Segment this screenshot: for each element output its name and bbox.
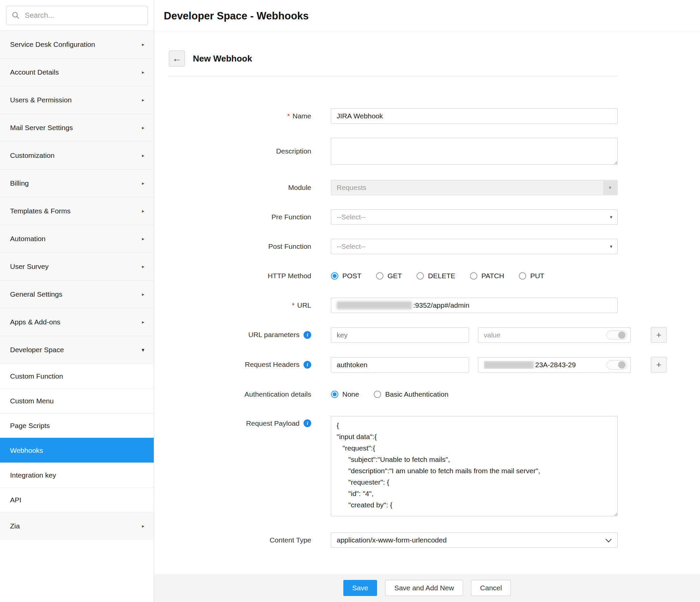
name-row: * Name (154, 109, 700, 124)
sidebar-item-label: Apps & Add-ons (10, 318, 60, 326)
chevron-right-icon: ▸ (142, 152, 144, 159)
request-payload-row: Request Payload i { "input data":{ "requ… (154, 416, 700, 518)
sidebar-item-label: Account Details (10, 68, 59, 76)
info-icon[interactable]: i (303, 361, 311, 368)
save-and-add-new-button[interactable]: Save and Add New (385, 580, 463, 596)
search-input[interactable] (24, 11, 142, 20)
description-input[interactable] (331, 138, 618, 165)
chevron-right-icon: ▸ (142, 208, 144, 214)
request-headers-row: Request Headers i 23A-2843-29 (154, 357, 700, 372)
http-method-options: POST GET DELETE PATCH (331, 268, 544, 284)
request-header-value-group: 23A-2843-29 (478, 357, 631, 372)
sidebar-item-developer-space[interactable]: Developer Space ▾ (0, 336, 154, 364)
sidebar-item-general-settings[interactable]: General Settings ▸ (0, 280, 154, 308)
search-box[interactable] (6, 6, 148, 25)
sidebar-item-service-desk-configuration[interactable]: Service Desk Configuration ▸ (0, 30, 154, 58)
name-input[interactable] (331, 109, 618, 124)
post-function-label: Post Function (154, 239, 311, 254)
main-header: Developer Space - Webhooks (154, 0, 700, 32)
content-type-select[interactable]: application/x-www-form-urlencoded (331, 532, 618, 548)
post-function-row: Post Function --Select-- ▾ (154, 239, 700, 254)
form-footer: Save Save and Add New Cancel (154, 574, 700, 602)
sidebar-item-api[interactable]: API (0, 487, 154, 512)
save-button[interactable]: Save (343, 580, 377, 596)
request-header-toggle[interactable] (606, 360, 627, 369)
radio-checked-icon (331, 272, 338, 280)
sidebar-item-page-scripts[interactable]: Page Scripts (0, 413, 154, 438)
url-param-key-input[interactable] (331, 328, 469, 343)
http-method-row: HTTP Method POST GET (154, 268, 700, 284)
toggle-knob (618, 361, 625, 368)
http-method-delete-radio[interactable]: DELETE (417, 272, 455, 280)
url-input[interactable]: :9352/app#/admin (331, 298, 618, 313)
sidebar-item-custom-menu[interactable]: Custom Menu (0, 388, 154, 413)
sidebar-item-users-permission[interactable]: Users & Permission ▸ (0, 86, 154, 114)
radio-icon (519, 272, 526, 280)
webhook-form: * Name Description Module (154, 109, 700, 548)
add-url-parameter-button[interactable]: + (651, 327, 667, 343)
http-method-patch-radio[interactable]: PATCH (470, 272, 504, 280)
url-parameters-label: URL parameters i (154, 327, 311, 342)
caret-down-icon: ▾ (610, 214, 612, 220)
sidebar-item-customization[interactable]: Customization ▸ (0, 142, 154, 169)
module-select: Requests ▾ (331, 180, 618, 195)
radio-icon (374, 391, 381, 398)
post-function-select[interactable]: --Select-- ▾ (331, 239, 618, 254)
sidebar-item-automation[interactable]: Automation ▸ (0, 225, 154, 252)
url-param-toggle[interactable] (606, 331, 627, 340)
chevron-right-icon: ▸ (142, 125, 144, 131)
url-param-value-input[interactable]: value (484, 331, 500, 339)
sidebar-search (0, 0, 154, 30)
sidebar-item-label: Webhooks (10, 447, 43, 455)
back-button[interactable]: ← (169, 50, 185, 67)
sidebar-item-account-details[interactable]: Account Details ▸ (0, 58, 154, 86)
url-parameters-row: URL parameters i value + (154, 327, 700, 343)
sidebar-item-zia[interactable]: Zia ▸ (0, 512, 154, 540)
info-icon[interactable]: i (303, 331, 311, 339)
info-icon[interactable]: i (303, 419, 311, 427)
divider (169, 76, 618, 76)
cancel-button[interactable]: Cancel (471, 580, 511, 596)
sidebar-item-apps-addons[interactable]: Apps & Add-ons ▸ (0, 308, 154, 336)
sidebar-item-label: Integration key (10, 471, 56, 479)
plus-icon: + (656, 330, 661, 340)
sidebar-item-custom-function[interactable]: Custom Function (0, 364, 154, 388)
radio-icon (376, 272, 383, 280)
description-label: Description (154, 138, 311, 165)
http-method-get-radio[interactable]: GET (376, 272, 402, 280)
module-label: Module (154, 180, 311, 195)
sidebar-item-user-survey[interactable]: User Survey ▸ (0, 252, 154, 280)
request-payload-input[interactable]: { "input data":{ "request":{ "subject":"… (331, 416, 618, 516)
chevron-down-icon (605, 536, 611, 542)
sidebar-item-mail-server-settings[interactable]: Mail Server Settings ▸ (0, 114, 154, 142)
chevron-down-icon: ▾ (142, 346, 144, 354)
request-header-key-input[interactable] (331, 357, 469, 372)
sidebar-item-label: Developer Space (10, 346, 64, 354)
pre-function-select[interactable]: --Select-- ▾ (331, 209, 618, 225)
radio-checked-icon (331, 391, 338, 398)
chevron-right-icon: ▸ (142, 69, 144, 75)
sidebar-item-templates-forms[interactable]: Templates & Forms ▸ (0, 197, 154, 225)
sidebar-item-webhooks[interactable]: Webhooks (0, 438, 154, 462)
sidebar-item-label: Custom Function (10, 372, 63, 380)
redacted-text (484, 361, 534, 369)
pre-function-label: Pre Function (154, 209, 311, 225)
description-row: Description (154, 138, 700, 166)
request-header-value-input[interactable]: 23A-2843-29 (484, 361, 576, 369)
http-method-label: HTTP Method (154, 268, 311, 284)
sidebar-item-label: Automation (10, 235, 46, 243)
http-method-put-radio[interactable]: PUT (519, 272, 544, 280)
page-title: New Webhook (193, 53, 252, 64)
auth-none-radio[interactable]: None (331, 390, 359, 398)
sidebar-item-integration-key[interactable]: Integration key (0, 462, 154, 487)
url-label: * URL (154, 298, 311, 313)
sidebar-item-label: Service Desk Configuration (10, 41, 95, 48)
sidebar-item-billing[interactable]: Billing ▸ (0, 169, 154, 197)
chevron-right-icon: ▸ (142, 319, 144, 325)
add-request-header-button[interactable]: + (651, 357, 667, 372)
auth-basic-radio[interactable]: Basic Authentication (374, 390, 448, 398)
radio-icon (417, 272, 424, 280)
chevron-right-icon: ▸ (142, 264, 144, 269)
http-method-post-radio[interactable]: POST (331, 272, 361, 280)
back-row: ← New Webhook (169, 50, 700, 67)
